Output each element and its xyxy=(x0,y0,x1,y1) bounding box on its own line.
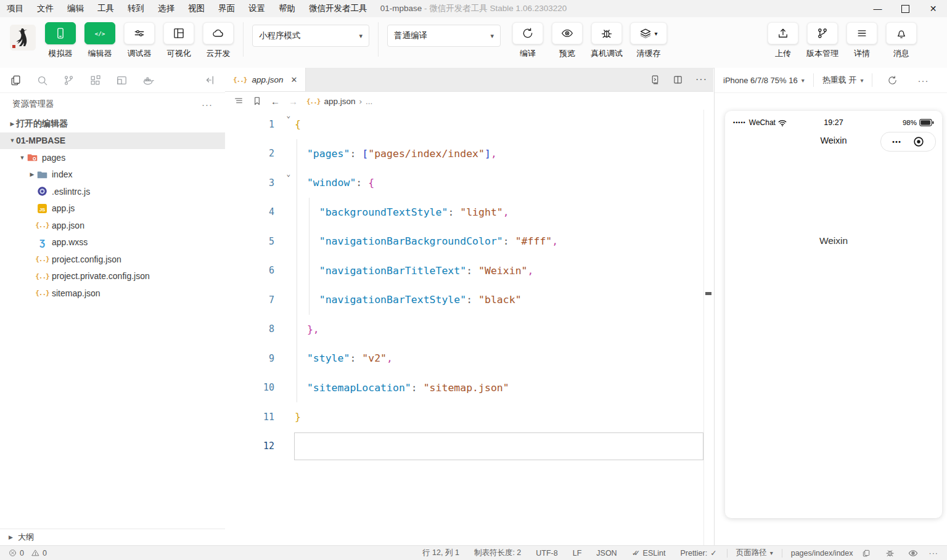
menu-视图[interactable]: 视图 xyxy=(181,0,211,17)
debugger-button[interactable]: 调试器 xyxy=(123,22,155,59)
eslint-status[interactable]: ✓✓ ESLint xyxy=(632,548,666,558)
breadcrumb-file[interactable]: app.json xyxy=(324,97,356,106)
code-line-1[interactable]: 1⌄{ xyxy=(225,110,713,139)
mode-select[interactable]: 小程序模式 ▾ xyxy=(252,25,369,47)
code-line-5[interactable]: 5 "navigationBarBackgroundColor": "#fff"… xyxy=(225,227,713,256)
clear-cache-button[interactable]: ▾清缓存 xyxy=(630,22,667,59)
menu-工具[interactable]: 工具 xyxy=(91,0,121,17)
tree-item-app.json[interactable]: {..}app.json xyxy=(0,217,225,234)
tree-item-打开的编辑器[interactable]: ▶打开的编辑器 xyxy=(0,115,225,132)
tree-item-sitemap.json[interactable]: {..}sitemap.json xyxy=(0,285,225,302)
nav-forward-icon[interactable]: → xyxy=(289,96,298,107)
editor-more-icon[interactable]: ··· xyxy=(695,74,707,85)
visualization-button[interactable]: 可视化 xyxy=(163,22,195,59)
minimize-button[interactable]: — xyxy=(864,0,892,17)
page-path-select[interactable]: 页面路径 ▾ xyxy=(736,548,773,558)
outline-section[interactable]: ▶ 大纲 xyxy=(0,529,225,545)
menu-文件[interactable]: 文件 xyxy=(30,0,60,17)
code-line-2[interactable]: 2 "pages": ["pages/index/index"], xyxy=(225,139,713,169)
current-page-path[interactable]: pages/index/index xyxy=(791,549,853,558)
editor-button[interactable]: </>编辑器 xyxy=(84,22,116,59)
outline-icon[interactable] xyxy=(234,96,244,106)
compile-button[interactable]: 编译 xyxy=(512,22,544,59)
breadcrumb-more[interactable]: ... xyxy=(366,97,372,106)
version-control-button[interactable]: 版本管理 xyxy=(806,22,838,59)
error-count[interactable]: 0 xyxy=(9,549,24,558)
open-changes-icon[interactable] xyxy=(650,75,660,85)
code-line-6[interactable]: 6 "navigationBarTitleText": "Weixin", xyxy=(225,256,713,286)
code-line-4[interactable]: 4 "backgroundTextStyle": "light", xyxy=(225,198,713,227)
code-line-8[interactable]: 8 }, xyxy=(225,315,713,344)
refresh-simulator-icon[interactable] xyxy=(887,75,898,86)
warning-count[interactable]: 0 xyxy=(31,549,47,558)
tab-app-json[interactable]: {..} app.json ✕ xyxy=(225,68,306,91)
close-button[interactable]: ✕ xyxy=(919,0,947,17)
editor-scrollbar[interactable] xyxy=(703,110,713,545)
docker-icon[interactable] xyxy=(142,75,154,86)
tree-item-index[interactable]: ▶index xyxy=(0,166,225,184)
cursor-position[interactable]: 行 12, 列 1 xyxy=(422,548,459,558)
tree-item-project.private.config.json[interactable]: {..}project.private.config.json xyxy=(0,268,225,285)
menu-微信开发者工具[interactable]: 微信开发者工具 xyxy=(302,0,374,17)
code-area[interactable]: 1⌄{2 "pages": ["pages/index/index"],3⌄ "… xyxy=(225,110,713,545)
menu-选择[interactable]: 选择 xyxy=(151,0,181,17)
code-line-9[interactable]: 9 "style": "v2", xyxy=(225,344,713,373)
preview-button[interactable]: 预览 xyxy=(551,22,583,59)
nav-back-icon[interactable]: ← xyxy=(271,96,280,107)
simulator-button[interactable]: 模拟器 xyxy=(44,22,76,59)
upload-button[interactable]: 上传 xyxy=(767,22,799,59)
preview-chip xyxy=(552,22,583,44)
encoding[interactable]: UTF-8 xyxy=(536,549,557,558)
tree-item-.eslintrc.js[interactable]: .eslintrc.js xyxy=(0,183,225,200)
tab-size[interactable]: 制表符长度: 2 xyxy=(474,548,521,558)
collapse-sidebar-icon[interactable] xyxy=(204,75,215,86)
code-line-10[interactable]: 10 "sitemapLocation": "sitemap.json" xyxy=(225,373,713,403)
explorer-more-icon[interactable]: ··· xyxy=(202,99,213,110)
language-mode[interactable]: JSON xyxy=(596,549,617,558)
menu-dots-icon[interactable]: ••• xyxy=(892,139,901,145)
menu-编辑[interactable]: 编辑 xyxy=(60,0,91,17)
source-control-icon[interactable] xyxy=(63,75,75,86)
compile-mode-select[interactable]: 普通编译 ▾ xyxy=(387,25,501,47)
split-editor-icon[interactable] xyxy=(673,75,683,85)
maximize-button[interactable] xyxy=(892,0,919,17)
hot-reload-select[interactable]: 热重载 开 ▾ xyxy=(814,73,872,87)
extensions-icon[interactable] xyxy=(89,75,101,86)
explorer-icon[interactable] xyxy=(10,75,22,86)
statusbar-more-icon[interactable]: ··· xyxy=(929,549,939,558)
tree-item-project.config.json[interactable]: {..}project.config.json xyxy=(0,251,225,268)
editor-layout-icon[interactable] xyxy=(116,75,128,86)
code-line-11[interactable]: 11} xyxy=(225,402,713,432)
bookmark-icon[interactable] xyxy=(252,96,262,106)
home-capsule-icon[interactable] xyxy=(913,136,924,147)
menu-设置[interactable]: 设置 xyxy=(242,0,272,17)
phone-preview[interactable]: ••••• WeChat 19:27 98% Weixin ••• Weixin xyxy=(725,111,942,518)
scrollbar-thumb[interactable] xyxy=(705,292,711,295)
debug-page-icon[interactable] xyxy=(885,548,895,558)
messages-button[interactable]: 消息 xyxy=(885,22,917,59)
menu-项目[interactable]: 项目 xyxy=(0,0,30,17)
tree-item-pages[interactable]: ▼pages xyxy=(0,149,225,166)
copy-path-icon[interactable] xyxy=(862,549,871,558)
simulator-more-icon[interactable]: ··· xyxy=(917,75,929,86)
prettier-status[interactable]: Prettier: ✓ xyxy=(680,548,716,558)
user-avatar[interactable] xyxy=(10,25,36,51)
tree-item-app.wxss[interactable]: Ʒapp.wxss xyxy=(0,234,225,251)
device-select[interactable]: iPhone 6/7/8 75% 16 ▾ xyxy=(715,73,813,87)
preview-page-icon[interactable] xyxy=(908,548,918,558)
code-line-3[interactable]: 3⌄ "window": { xyxy=(225,168,713,198)
code-line-12[interactable]: 12 xyxy=(225,432,713,461)
details-button[interactable]: 详情 xyxy=(846,22,878,59)
close-tab-icon[interactable]: ✕ xyxy=(291,75,298,84)
cloud-dev-button[interactable]: 云开发 xyxy=(202,22,234,59)
tree-item-app.js[interactable]: JSapp.js xyxy=(0,200,225,217)
device-debug-button[interactable]: 真机调试 xyxy=(591,22,623,59)
capsule-menu[interactable]: ••• xyxy=(880,132,936,152)
tree-item-01-MPBASE[interactable]: ▼01-MPBASE xyxy=(0,132,225,150)
menu-界面[interactable]: 界面 xyxy=(211,0,242,17)
menu-帮助[interactable]: 帮助 xyxy=(272,0,302,17)
eol[interactable]: LF xyxy=(573,549,582,558)
menu-转到[interactable]: 转到 xyxy=(121,0,151,17)
search-icon[interactable] xyxy=(36,75,48,86)
code-line-7[interactable]: 7 "navigationBarTextStyle": "black" xyxy=(225,285,713,315)
